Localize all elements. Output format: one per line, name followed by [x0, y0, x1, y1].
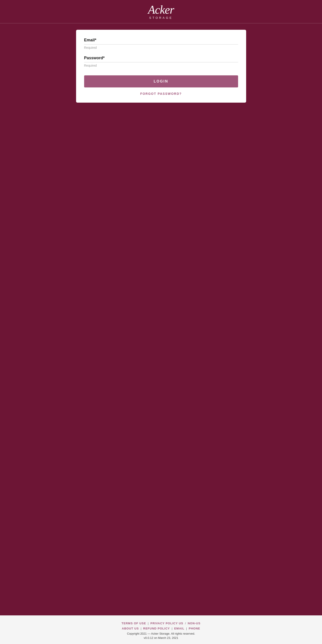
sep-5: |: [186, 627, 187, 630]
login-button[interactable]: LOGIN: [84, 75, 238, 88]
password-label: Password*: [84, 56, 238, 60]
footer-link-terms[interactable]: TERMS OF USE: [122, 622, 146, 625]
footer-version: v0.0.12 on March 23, 2021: [5, 636, 317, 640]
header: Acker STORAGE: [0, 0, 322, 24]
password-hint: Required: [84, 64, 238, 67]
forgot-password-link[interactable]: FORGOT PASSWORD?: [84, 92, 238, 96]
footer-link-privacy-us[interactable]: PRIVACY POLICY US: [150, 622, 183, 625]
sep-3: |: [141, 627, 141, 630]
footer-link-non-us[interactable]: NON-US: [188, 622, 200, 625]
sep-4: |: [172, 627, 172, 630]
login-card: Email* Required Password* Required LOGIN…: [76, 30, 246, 103]
sep-1: |: [148, 622, 149, 625]
email-hint: Required: [84, 46, 238, 50]
footer-link-phone[interactable]: PHONE: [189, 627, 200, 630]
footer: TERMS OF USE | PRIVACY POLICY US / NON-U…: [0, 616, 322, 644]
email-field-group: Email* Required: [84, 38, 238, 50]
password-divider: [84, 62, 238, 62]
password-field-group: Password* Required: [84, 56, 238, 67]
email-divider: [84, 44, 238, 44]
footer-link-about[interactable]: ABOUT US: [122, 627, 139, 630]
logo: Acker STORAGE: [148, 4, 174, 20]
footer-links-row: TERMS OF USE | PRIVACY POLICY US / NON-U…: [5, 622, 317, 625]
footer-link-refund[interactable]: REFUND POLICY: [143, 627, 170, 630]
footer-links-row-2: ABOUT US | REFUND POLICY | EMAIL | PHONE: [5, 627, 317, 630]
email-label: Email*: [84, 38, 238, 42]
sep-2: /: [185, 622, 186, 625]
footer-link-email[interactable]: EMAIL: [174, 627, 184, 630]
footer-copyright: Copyright 2021 — Acker Storage. All righ…: [5, 632, 317, 635]
main-content: Email* Required Password* Required LOGIN…: [0, 24, 322, 616]
logo-tagline: STORAGE: [149, 16, 173, 20]
logo-script: Acker: [148, 4, 174, 16]
